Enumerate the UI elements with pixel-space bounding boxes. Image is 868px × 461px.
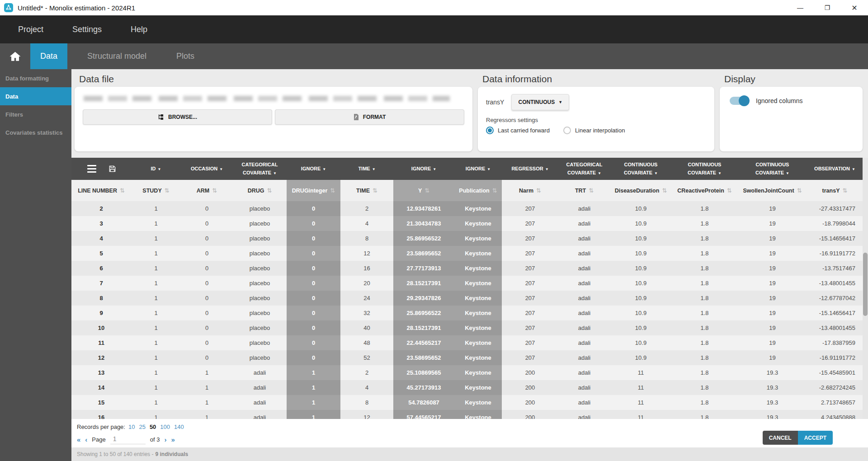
table-cell: 8 <box>340 231 393 246</box>
minimize-button[interactable]: — <box>787 0 814 15</box>
page-number-input[interactable] <box>110 434 146 444</box>
sort-icon[interactable]: ⇅ <box>843 187 848 194</box>
sidebar-item-covariates-statistics[interactable]: Covariates statistics <box>0 123 71 141</box>
sidebar-item-filters[interactable]: Filters <box>0 105 71 123</box>
chevron-down-icon: ▼ <box>372 167 376 171</box>
table-cell: 0 <box>181 231 233 246</box>
sort-icon[interactable]: ⇅ <box>797 187 802 194</box>
page-of-label: of 3 <box>150 436 160 443</box>
accept-button[interactable]: ACCEPT <box>798 431 833 445</box>
ignored-columns-toggle[interactable] <box>730 97 748 105</box>
hamburger-menu-icon[interactable] <box>87 165 96 173</box>
tab-structural-model[interactable]: Structural model <box>77 43 156 69</box>
format-button[interactable]: FORMAT <box>275 109 464 125</box>
table-cell: 1 <box>181 410 233 419</box>
column-type-dropdown[interactable]: TIME▼ <box>340 158 393 180</box>
sort-icon[interactable]: ⇅ <box>267 187 272 194</box>
table-cell: 0 <box>287 276 340 291</box>
sort-icon[interactable]: ⇅ <box>165 187 170 194</box>
data-table: ID▼OCCASION▼CATEGORICAL COVARIATE▼IGNORE… <box>71 158 868 419</box>
column-type-dropdown[interactable]: CONTINUOUS COVARIATE▼ <box>738 158 807 180</box>
column-name: TRT <box>575 188 586 194</box>
table-cell: adali <box>558 335 610 350</box>
table-cell: adali <box>558 231 610 246</box>
column-type-dropdown[interactable]: CATEGORICAL COVARIATE▼ <box>558 158 610 180</box>
records-per-page-option[interactable]: 10 <box>128 423 135 430</box>
maximize-button[interactable]: ❐ <box>814 0 841 15</box>
table-cell: 12 <box>340 246 393 261</box>
table-cell: 0 <box>181 335 233 350</box>
chevron-down-icon: ▼ <box>219 167 223 171</box>
table-cell: 1.8 <box>671 380 738 395</box>
sort-icon[interactable]: ⇅ <box>373 187 377 194</box>
menu-help[interactable]: Help <box>131 25 147 34</box>
radio-linear-interpolation[interactable]: Linear interpolation <box>563 127 625 134</box>
records-per-page-option[interactable]: 100 <box>160 423 170 430</box>
sort-icon[interactable]: ⇅ <box>212 187 217 194</box>
observation-type-dropdown[interactable]: CONTINUOUS ▼ <box>511 94 569 110</box>
table-cell: 1.8 <box>671 231 738 246</box>
table-cell: 19 <box>738 291 807 306</box>
column-type-dropdown[interactable]: OBSERVATION▼ <box>807 158 863 180</box>
tab-data[interactable]: Data <box>30 43 67 69</box>
table-cell: 19 <box>738 335 807 350</box>
column-type-dropdown[interactable]: IGNORE▼ <box>393 158 454 180</box>
close-button[interactable]: ✕ <box>841 0 868 15</box>
vertical-scrollbar[interactable] <box>863 158 868 419</box>
table-cell: 23.58695652 <box>393 350 454 365</box>
table-cell: Keystone <box>454 335 502 350</box>
table-cell: adali <box>558 216 610 231</box>
records-per-page-option[interactable]: 50 <box>150 423 156 430</box>
last-page-button[interactable]: » <box>171 436 175 443</box>
table-cell: 23.58695652 <box>393 246 454 261</box>
records-per-page-option[interactable]: 140 <box>174 423 184 430</box>
next-page-button[interactable]: › <box>164 436 166 443</box>
table-tools-cell <box>71 158 131 180</box>
records-per-page-option[interactable]: 25 <box>139 423 145 430</box>
column-type-dropdown[interactable]: REGRESSOR▼ <box>502 158 558 180</box>
column-type-dropdown[interactable]: ID▼ <box>131 158 181 180</box>
menu-project[interactable]: Project <box>18 25 43 34</box>
first-page-button[interactable]: « <box>77 436 80 443</box>
cancel-button[interactable]: CANCEL <box>763 431 798 445</box>
table-cell: placebo <box>233 306 287 320</box>
table-row: 1511adali1854.7826087Keystone200adali111… <box>71 395 863 410</box>
sort-icon[interactable]: ⇅ <box>662 187 667 194</box>
sidebar-item-data-formatting[interactable]: Data formatting <box>0 69 71 87</box>
column-type-dropdown[interactable]: OCCASION▼ <box>181 158 233 180</box>
table-cell: 1 <box>131 320 181 335</box>
column-type-dropdown[interactable]: IGNORE▼ <box>454 158 502 180</box>
save-icon[interactable] <box>109 165 116 172</box>
column-type-dropdown[interactable]: CATEGORICAL COVARIATE▼ <box>233 158 287 180</box>
column-name: Narm <box>519 188 533 194</box>
table-cell: 11 <box>610 410 671 419</box>
sort-icon[interactable]: ⇅ <box>727 187 732 194</box>
column-name: Publication <box>459 188 489 194</box>
table-cell: 1.8 <box>671 350 738 365</box>
table-row: 1110placebo04822.44565217Keystone207adal… <box>71 335 863 350</box>
table-cell: -16.91191772 <box>807 246 863 261</box>
radio-last-carried-forward[interactable]: Last carried forward <box>486 127 550 134</box>
column-type-dropdown[interactable]: CONTINUOUS COVARIATE▼ <box>610 158 671 180</box>
sort-icon[interactable]: ⇅ <box>536 187 541 194</box>
table-cell: 19.3 <box>738 395 807 410</box>
sort-icon[interactable]: ⇅ <box>492 187 497 194</box>
table-cell: 45.27173913 <box>393 380 454 395</box>
previous-page-button[interactable]: ‹ <box>85 436 87 443</box>
column-type-dropdown[interactable]: IGNORE▼ <box>287 158 340 180</box>
sort-icon[interactable]: ⇅ <box>330 187 335 194</box>
table-cell: adali <box>558 246 610 261</box>
column-header: DiseaseDuration⇅ <box>610 180 671 201</box>
scrollbar-thumb[interactable] <box>863 253 868 316</box>
tab-plots[interactable]: Plots <box>166 43 204 69</box>
sort-icon[interactable]: ⇅ <box>120 187 125 194</box>
sidebar-item-data[interactable]: Data <box>0 87 71 105</box>
sort-icon[interactable]: ⇅ <box>589 187 594 194</box>
menu-settings[interactable]: Settings <box>72 25 102 34</box>
table-cell: 0 <box>181 261 233 276</box>
table-cell: -2.682724245 <box>807 380 863 395</box>
home-icon[interactable] <box>0 43 30 69</box>
sort-icon[interactable]: ⇅ <box>425 187 429 194</box>
column-type-dropdown[interactable]: CONTINUOUS COVARIATE▼ <box>671 158 738 180</box>
browse-button[interactable]: BROWSE... <box>83 109 272 125</box>
